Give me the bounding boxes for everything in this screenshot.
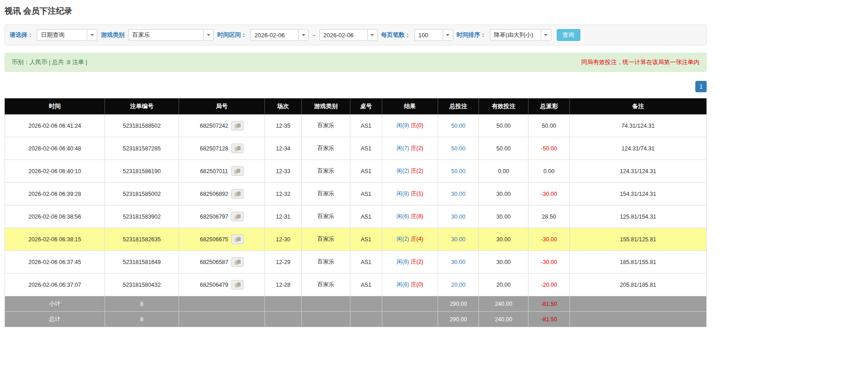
subtotal-count: 8 <box>105 296 179 312</box>
cell-time: 2026-02-06 06:37:45 <box>5 251 105 274</box>
round-number: 682506675 <box>200 236 229 243</box>
total-bet-link[interactable]: 30.00 <box>451 214 465 220</box>
date-to-combo: 2026-02-06 <box>319 29 378 41</box>
cell-game: 百家乐 <box>302 228 350 251</box>
video-replay-icon[interactable] <box>231 144 244 153</box>
cell-game: 百家乐 <box>302 251 350 274</box>
banker-result: 庄(1) <box>411 190 424 197</box>
column-header: 总投注 <box>438 99 479 115</box>
chevron-down-icon[interactable] <box>298 29 309 41</box>
search-button[interactable]: 查询 <box>557 29 580 41</box>
chevron-down-icon[interactable] <box>541 29 551 41</box>
cell-table: AS1 <box>350 160 382 183</box>
cell-note: 155.81/125.81 <box>570 228 707 251</box>
cell-total-bet: 20.00 <box>438 274 479 296</box>
subtotal-valid-bet: 240.00 <box>479 296 529 312</box>
cell-note: 154.31/124.31 <box>570 183 707 205</box>
total-bet-link[interactable]: 50.00 <box>451 145 465 152</box>
total-bet-link[interactable]: 50.00 <box>451 168 465 175</box>
video-replay-icon[interactable] <box>231 234 244 244</box>
currency-summary: 币别：人民币 | 总共 :8 注单 | <box>12 58 87 66</box>
player-result: 闲(9) <box>396 122 409 129</box>
cell-note: 74.31/124.31 <box>570 115 707 137</box>
total-bet-link[interactable]: 50.00 <box>451 123 465 129</box>
cell-bet-id: 523181587285 <box>105 137 179 160</box>
total-bet-link[interactable]: 30.00 <box>451 259 465 265</box>
table-row: 2026-02-06 06:40:10523181586190682507011… <box>5 160 707 183</box>
round-number: 682507011 <box>200 168 228 175</box>
total-bet-link[interactable]: 30.00 <box>451 191 465 197</box>
empty-cell <box>302 312 350 327</box>
player-result: 闲(2) <box>396 168 409 174</box>
empty-cell <box>179 296 265 312</box>
cell-payout: -50.00 <box>529 137 570 160</box>
subtotal-total-bet: 290.00 <box>438 296 479 312</box>
video-replay-icon[interactable] <box>231 189 244 199</box>
empty-cell <box>382 312 438 327</box>
round-number: 682506797 <box>200 214 229 220</box>
banker-result: 庄(2) <box>411 259 424 265</box>
cell-total-bet: 30.00 <box>438 228 479 251</box>
select-type-value[interactable]: 日期查询 <box>37 29 87 41</box>
total-bet-link[interactable]: 20.00 <box>451 282 465 288</box>
column-header: 局号 <box>179 99 265 115</box>
cell-game: 百家乐 <box>302 115 350 137</box>
total-total-bet: 290.00 <box>438 312 479 327</box>
date-to-value[interactable]: 2026-02-06 <box>319 29 367 41</box>
total-bet-link[interactable]: 30.00 <box>451 236 465 243</box>
cell-result: 闲(8) 庄(2) <box>382 251 438 274</box>
cell-result: 闲(2) 庄(4) <box>382 228 438 251</box>
summary-bar: 币别：人民币 | 总共 :8 注单 | 同局有效投注，统一计算在该局第一张注单内 <box>5 53 707 72</box>
page-size-value[interactable]: 100 <box>414 29 443 41</box>
cell-round: 682506797 <box>179 205 265 228</box>
banker-result: 庄(2) <box>411 168 424 174</box>
cell-session: 12-33 <box>265 160 302 183</box>
round-number: 682506479 <box>200 282 229 288</box>
column-header: 游戏类别 <box>302 99 350 115</box>
sort-label: 时间排序： <box>457 31 486 39</box>
cell-session: 12-29 <box>265 251 302 274</box>
date-from-value[interactable]: 2026-02-06 <box>250 29 298 41</box>
cell-bet-id: 523181585002 <box>105 183 179 205</box>
cell-game: 百家乐 <box>302 137 350 160</box>
player-result: 闲(2) <box>396 236 409 242</box>
chevron-down-icon[interactable] <box>443 29 453 41</box>
video-replay-icon[interactable] <box>231 257 244 267</box>
column-header: 总派彩 <box>529 99 570 115</box>
page-size-combo: 100 <box>414 29 453 41</box>
empty-cell <box>179 312 265 327</box>
cell-valid-bet: 50.00 <box>479 137 529 160</box>
cell-round: 682506892 <box>179 183 265 205</box>
cell-note: 185.81/155.81 <box>570 251 707 274</box>
cell-table: AS1 <box>350 115 382 137</box>
video-replay-icon[interactable] <box>231 166 244 176</box>
column-header: 注单编号 <box>105 99 179 115</box>
video-replay-icon[interactable] <box>231 121 244 130</box>
page-1-button[interactable]: 1 <box>695 81 707 92</box>
cell-total-bet: 30.00 <box>438 205 479 228</box>
table-row: 2026-02-06 06:39:28523181585002682506892… <box>5 183 707 205</box>
video-replay-icon[interactable] <box>231 280 244 289</box>
select-type-label: 请选择： <box>10 31 33 39</box>
chevron-down-icon[interactable] <box>203 29 214 41</box>
cell-round: 682506675 <box>179 228 265 251</box>
cell-session: 12-30 <box>265 228 302 251</box>
video-replay-icon[interactable] <box>231 212 244 221</box>
cell-valid-bet: 30.00 <box>479 205 529 228</box>
cell-table: AS1 <box>350 274 382 296</box>
table-row: 2026-02-06 06:41:24523181588502682507242… <box>5 115 707 137</box>
cell-bet-id: 523181586190 <box>105 160 179 183</box>
table-row: 2026-02-06 06:38:56523181583902682506797… <box>5 205 707 228</box>
chevron-down-icon[interactable] <box>87 29 97 41</box>
cell-total-bet: 50.00 <box>438 115 479 137</box>
sort-value[interactable]: 降幂(由大到小) <box>490 29 541 41</box>
cell-payout: 28.50 <box>529 205 570 228</box>
game-type-value[interactable]: 百家乐 <box>128 29 203 41</box>
empty-cell <box>265 312 302 327</box>
cell-result: 闲(8) 庄(1) <box>382 183 438 205</box>
cell-game: 百家乐 <box>302 205 350 228</box>
select-type-combo: 日期查询 <box>37 29 97 41</box>
table-row: 2026-02-06 06:37:45523181581649682506587… <box>5 251 707 274</box>
chevron-down-icon[interactable] <box>367 29 378 41</box>
cell-time: 2026-02-06 06:40:48 <box>5 137 105 160</box>
